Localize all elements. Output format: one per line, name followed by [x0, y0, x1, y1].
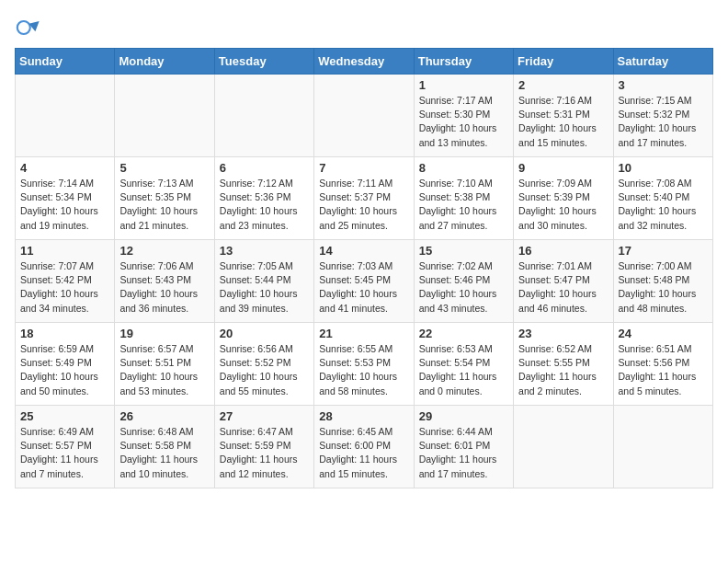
day-number: 9 — [518, 161, 608, 175]
day-number: 19 — [119, 327, 209, 340]
day-number: 29 — [419, 409, 508, 423]
page-header — [15, 15, 713, 40]
calendar-cell: 21Sunrise: 6:55 AM Sunset: 5:53 PM Dayli… — [314, 323, 414, 406]
day-number: 22 — [419, 327, 508, 340]
calendar-cell: 13Sunrise: 7:05 AM Sunset: 5:44 PM Dayli… — [214, 240, 313, 323]
calendar-cell — [514, 406, 613, 488]
calendar-cell: 25Sunrise: 6:49 AM Sunset: 5:57 PM Dayli… — [16, 406, 115, 488]
calendar-cell: 27Sunrise: 6:47 AM Sunset: 5:59 PM Dayli… — [214, 406, 313, 488]
calendar-cell: 15Sunrise: 7:02 AM Sunset: 5:46 PM Dayli… — [414, 240, 513, 323]
day-number: 10 — [619, 161, 708, 175]
day-number: 2 — [518, 78, 608, 92]
week-row-4: 18Sunrise: 6:59 AM Sunset: 5:49 PM Dayli… — [16, 323, 713, 406]
day-number: 7 — [319, 161, 408, 175]
day-info: Sunrise: 6:52 AM Sunset: 5:55 PM Dayligh… — [518, 342, 608, 398]
day-number: 21 — [319, 327, 408, 340]
day-info: Sunrise: 6:56 AM Sunset: 5:52 PM Dayligh… — [220, 342, 309, 398]
calendar-cell: 18Sunrise: 6:59 AM Sunset: 5:49 PM Dayli… — [16, 323, 115, 406]
day-number: 28 — [319, 409, 408, 423]
day-info: Sunrise: 6:48 AM Sunset: 5:58 PM Dayligh… — [119, 425, 209, 481]
calendar-cell: 6Sunrise: 7:12 AM Sunset: 5:36 PM Daylig… — [214, 157, 313, 240]
weekday-header-row: SundayMondayTuesdayWednesdayThursdayFrid… — [16, 49, 713, 75]
calendar-cell: 12Sunrise: 7:06 AM Sunset: 5:43 PM Dayli… — [115, 240, 214, 323]
day-info: Sunrise: 7:15 AM Sunset: 5:32 PM Dayligh… — [619, 94, 708, 150]
day-info: Sunrise: 6:53 AM Sunset: 5:54 PM Dayligh… — [419, 342, 508, 398]
weekday-header-friday: Friday — [514, 49, 613, 75]
day-number: 23 — [518, 327, 608, 340]
calendar-cell — [214, 75, 313, 157]
calendar-cell: 7Sunrise: 7:11 AM Sunset: 5:37 PM Daylig… — [314, 157, 414, 240]
day-info: Sunrise: 7:11 AM Sunset: 5:37 PM Dayligh… — [319, 177, 408, 233]
weekday-header-sunday: Sunday — [16, 49, 115, 75]
week-row-2: 4Sunrise: 7:14 AM Sunset: 5:34 PM Daylig… — [16, 157, 713, 240]
day-number: 27 — [220, 409, 309, 423]
calendar-cell: 4Sunrise: 7:14 AM Sunset: 5:34 PM Daylig… — [16, 157, 115, 240]
day-info: Sunrise: 6:44 AM Sunset: 6:01 PM Dayligh… — [419, 425, 508, 481]
day-info: Sunrise: 6:57 AM Sunset: 5:51 PM Dayligh… — [119, 342, 209, 398]
calendar-cell: 29Sunrise: 6:44 AM Sunset: 6:01 PM Dayli… — [414, 406, 513, 488]
weekday-header-monday: Monday — [115, 49, 214, 75]
day-number: 15 — [419, 244, 508, 258]
day-info: Sunrise: 7:01 AM Sunset: 5:47 PM Dayligh… — [518, 259, 608, 316]
calendar-cell: 19Sunrise: 6:57 AM Sunset: 5:51 PM Dayli… — [115, 323, 214, 406]
day-info: Sunrise: 6:45 AM Sunset: 6:00 PM Dayligh… — [319, 425, 408, 481]
weekday-header-tuesday: Tuesday — [214, 49, 313, 75]
day-info: Sunrise: 7:07 AM Sunset: 5:42 PM Dayligh… — [20, 259, 109, 316]
day-info: Sunrise: 7:02 AM Sunset: 5:46 PM Dayligh… — [419, 259, 508, 316]
calendar-cell: 16Sunrise: 7:01 AM Sunset: 5:47 PM Dayli… — [514, 240, 613, 323]
day-number: 6 — [220, 161, 309, 175]
day-number: 18 — [20, 327, 109, 340]
calendar-cell — [613, 406, 712, 488]
calendar-cell: 5Sunrise: 7:13 AM Sunset: 5:35 PM Daylig… — [115, 157, 214, 240]
calendar-cell — [314, 75, 414, 157]
calendar-table: SundayMondayTuesdayWednesdayThursdayFrid… — [15, 48, 713, 488]
day-info: Sunrise: 7:10 AM Sunset: 5:38 PM Dayligh… — [419, 177, 508, 233]
day-number: 1 — [419, 78, 508, 92]
weekday-header-wednesday: Wednesday — [314, 49, 414, 75]
calendar-cell: 14Sunrise: 7:03 AM Sunset: 5:45 PM Dayli… — [314, 240, 414, 323]
day-number: 4 — [20, 161, 109, 175]
day-info: Sunrise: 7:08 AM Sunset: 5:40 PM Dayligh… — [619, 177, 708, 233]
day-info: Sunrise: 7:06 AM Sunset: 5:43 PM Dayligh… — [119, 259, 209, 316]
day-info: Sunrise: 7:05 AM Sunset: 5:44 PM Dayligh… — [220, 259, 309, 316]
day-number: 16 — [518, 244, 608, 258]
calendar-cell: 3Sunrise: 7:15 AM Sunset: 5:32 PM Daylig… — [613, 75, 712, 157]
calendar-cell: 23Sunrise: 6:52 AM Sunset: 5:55 PM Dayli… — [514, 323, 613, 406]
calendar-cell: 9Sunrise: 7:09 AM Sunset: 5:39 PM Daylig… — [514, 157, 613, 240]
day-number: 12 — [119, 244, 209, 258]
svg-point-0 — [17, 21, 30, 34]
day-info: Sunrise: 7:13 AM Sunset: 5:35 PM Dayligh… — [119, 177, 209, 233]
calendar-cell — [115, 75, 214, 157]
calendar-cell: 17Sunrise: 7:00 AM Sunset: 5:48 PM Dayli… — [613, 240, 712, 323]
day-number: 26 — [119, 409, 209, 423]
day-info: Sunrise: 7:14 AM Sunset: 5:34 PM Dayligh… — [20, 177, 109, 233]
calendar-cell: 26Sunrise: 6:48 AM Sunset: 5:58 PM Dayli… — [115, 406, 214, 488]
week-row-1: 1Sunrise: 7:17 AM Sunset: 5:30 PM Daylig… — [16, 75, 713, 157]
logo — [15, 15, 44, 40]
day-info: Sunrise: 7:17 AM Sunset: 5:30 PM Dayligh… — [419, 94, 508, 150]
day-info: Sunrise: 6:47 AM Sunset: 5:59 PM Dayligh… — [220, 425, 309, 481]
calendar-cell: 2Sunrise: 7:16 AM Sunset: 5:31 PM Daylig… — [514, 75, 613, 157]
day-info: Sunrise: 7:12 AM Sunset: 5:36 PM Dayligh… — [220, 177, 309, 233]
day-number: 17 — [619, 244, 708, 258]
day-number: 8 — [419, 161, 508, 175]
day-number: 24 — [619, 327, 708, 340]
calendar-cell: 20Sunrise: 6:56 AM Sunset: 5:52 PM Dayli… — [214, 323, 313, 406]
weekday-header-saturday: Saturday — [613, 49, 712, 75]
week-row-5: 25Sunrise: 6:49 AM Sunset: 5:57 PM Dayli… — [16, 406, 713, 488]
day-info: Sunrise: 6:51 AM Sunset: 5:56 PM Dayligh… — [619, 342, 708, 398]
day-number: 20 — [220, 327, 309, 340]
calendar-cell: 10Sunrise: 7:08 AM Sunset: 5:40 PM Dayli… — [613, 157, 712, 240]
day-info: Sunrise: 7:03 AM Sunset: 5:45 PM Dayligh… — [319, 259, 408, 316]
calendar-cell — [16, 75, 115, 157]
day-number: 25 — [20, 409, 109, 423]
day-info: Sunrise: 7:16 AM Sunset: 5:31 PM Dayligh… — [518, 94, 608, 150]
calendar-cell: 1Sunrise: 7:17 AM Sunset: 5:30 PM Daylig… — [414, 75, 513, 157]
week-row-3: 11Sunrise: 7:07 AM Sunset: 5:42 PM Dayli… — [16, 240, 713, 323]
day-number: 14 — [319, 244, 408, 258]
day-number: 13 — [220, 244, 309, 258]
day-number: 3 — [619, 78, 708, 92]
day-number: 11 — [20, 244, 109, 258]
calendar-cell: 8Sunrise: 7:10 AM Sunset: 5:38 PM Daylig… — [414, 157, 513, 240]
calendar-cell: 28Sunrise: 6:45 AM Sunset: 6:00 PM Dayli… — [314, 406, 414, 488]
